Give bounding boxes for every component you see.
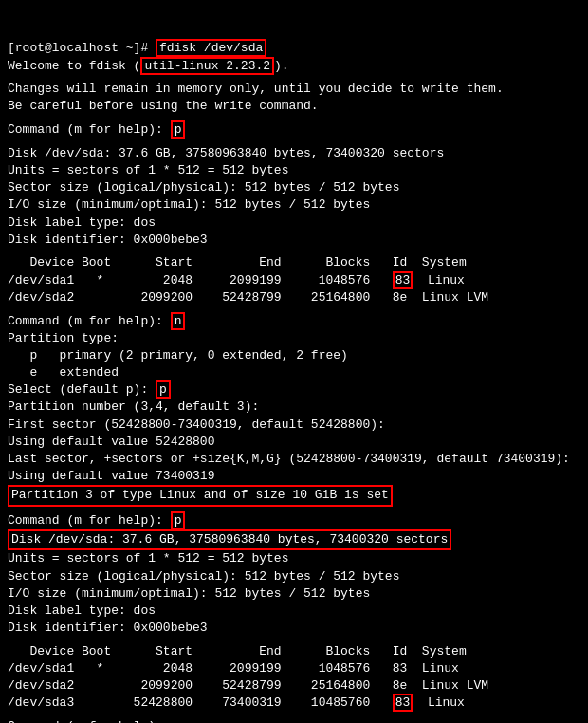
terminal-segment: Sector size (logical/physical): 512 byte… (8, 180, 399, 195)
terminal-line: [root@localhost ~]# fdisk /dev/sda (8, 40, 580, 57)
terminal-segment: Disk identifier: 0x000bebe3 (8, 621, 208, 635)
terminal-line: Disk /dev/sda: 37.6 GB, 37580963840 byte… (8, 145, 580, 162)
terminal-segment: Select (default p): (8, 382, 156, 397)
terminal-line: /dev/sda3 52428800 73400319 10485760 83 … (8, 695, 580, 712)
terminal-segment: [root@localhost ~]# (8, 41, 156, 55)
terminal-segment: p primary (2 primary, 0 extended, 2 free… (8, 348, 348, 362)
terminal-segment: /dev/sda3 52428800 73400319 10485760 (8, 695, 393, 710)
terminal-line: Using default value 52428800 (8, 434, 580, 451)
terminal-segment: Welcome to fdisk ( (8, 59, 140, 73)
terminal-segment: First sector (52428800-73400319, default… (8, 417, 385, 432)
terminal-segment-id-boxed: 83 (393, 694, 413, 712)
terminal-window: [root@localhost ~]# fdisk /dev/sdaWelcom… (8, 6, 580, 723)
terminal-line: Select (default p): p (8, 381, 580, 399)
terminal-segment: Linux (413, 695, 465, 710)
terminal-segment-boxed: p (156, 380, 171, 399)
terminal-line: Sector size (logical/physical): 512 byte… (8, 568, 580, 585)
terminal-segment: Be careful before using the write comman… (8, 99, 319, 113)
terminal-segment-boxed: p (171, 511, 186, 529)
terminal-segment: Using default value 52428800 (8, 435, 214, 449)
terminal-line: Command (m for help): p (8, 512, 580, 529)
terminal-segment: Last sector, +sectors or +size{K,M,G} (5… (8, 452, 570, 466)
terminal-line: /dev/sda2 2099200 52428799 25164800 8e L… (8, 289, 580, 306)
terminal-line: p primary (2 primary, 0 extended, 2 free… (8, 347, 580, 364)
terminal-segment: Units = sectors of 1 * 512 = 512 bytes (8, 163, 288, 177)
terminal-line: Using default value 73400319 (8, 468, 580, 485)
terminal-segment: I/O size (minimum/optimal): 512 bytes / … (8, 197, 370, 212)
terminal-segment-id-boxed: 83 (393, 271, 413, 289)
terminal-line: I/O size (minimum/optimal): 512 bytes / … (8, 196, 580, 213)
terminal-segment: /dev/sda1 * 2048 2099199 1048576 83 Linu… (8, 661, 459, 676)
terminal-segment: Linux (413, 273, 465, 287)
terminal-segment: Command (m for help): _ (8, 719, 177, 723)
terminal-line: Welcome to fdisk (util-linux 2.23.2). (8, 58, 580, 75)
terminal-segment: e extended (8, 365, 119, 380)
terminal-line: Disk label type: dos (8, 214, 580, 232)
terminal-line: First sector (52428800-73400319, default… (8, 417, 580, 434)
terminal-line: Disk label type: dos (8, 602, 580, 620)
terminal-segment: Changes will remain in memory only, unti… (8, 82, 504, 96)
terminal-segment: Units = sectors of 1 * 512 = 512 bytes (8, 551, 288, 565)
terminal-segment-boxed: fdisk /dev/sda (156, 39, 266, 57)
terminal-segment: I/O size (minimum/optimal): 512 bytes / … (8, 586, 370, 601)
terminal-segment: Disk /dev/sda: 37.6 GB, 37580963840 byte… (8, 146, 444, 160)
terminal-output: [root@localhost ~]# fdisk /dev/sdaWelcom… (8, 40, 580, 723)
terminal-line: Device Boot Start End Blocks Id System (8, 643, 580, 660)
terminal-segment: Command (m for help): (8, 122, 171, 137)
terminal-segment: Device Boot Start End Blocks Id System (8, 255, 467, 269)
terminal-line: Units = sectors of 1 * 512 = 512 bytes (8, 162, 580, 179)
terminal-line: Changes will remain in memory only, unti… (8, 81, 580, 98)
terminal-segment: Command (m for help): (8, 314, 171, 328)
terminal-segment: Partition number (3,4, default 3): (8, 399, 259, 414)
terminal-segment: Disk label type: dos (8, 215, 156, 230)
terminal-line: Partition number (3,4, default 3): (8, 399, 580, 416)
terminal-segment-boxed: n (171, 312, 186, 330)
terminal-segment: /dev/sda1 * 2048 2099199 1048576 (8, 273, 393, 287)
terminal-segment-boxed: p (171, 120, 186, 139)
terminal-line: I/O size (minimum/optimal): 512 bytes / … (8, 585, 580, 602)
terminal-line: Be careful before using the write comman… (8, 98, 580, 115)
terminal-segment: ). (274, 59, 289, 73)
terminal-segment-boxed: util-linux 2.23.2 (140, 57, 274, 75)
terminal-line: Units = sectors of 1 * 512 = 512 bytes (8, 550, 580, 567)
terminal-line: /dev/sda1 * 2048 2099199 1048576 83 Linu… (8, 272, 580, 289)
terminal-segment: Command (m for help): (8, 513, 171, 528)
terminal-segment-boxed: Partition 3 of type Linux and of size 10… (8, 485, 393, 506)
terminal-line: Disk identifier: 0x000bebe3 (8, 232, 580, 249)
terminal-line: Last sector, +sectors or +size{K,M,G} (5… (8, 451, 580, 468)
terminal-line: Sector size (logical/physical): 512 byte… (8, 179, 580, 196)
terminal-segment: Disk identifier: 0x000bebe3 (8, 232, 208, 247)
terminal-line: /dev/sda1 * 2048 2099199 1048576 83 Linu… (8, 660, 580, 677)
terminal-segment: Partition type: (8, 331, 119, 345)
terminal-line: Disk /dev/sda: 37.6 GB, 37580963840 byte… (8, 529, 580, 550)
terminal-segment: Disk label type: dos (8, 603, 156, 618)
terminal-segment: Using default value 73400319 (8, 469, 214, 483)
terminal-line: Disk identifier: 0x000bebe3 (8, 620, 580, 637)
terminal-line: Partition 3 of type Linux and of size 10… (8, 485, 580, 506)
terminal-line: e extended (8, 364, 580, 381)
terminal-segment: /dev/sda2 2099200 52428799 25164800 8e L… (8, 290, 488, 305)
terminal-line: Device Boot Start End Blocks Id System (8, 254, 580, 271)
terminal-line: Command (m for help): _ (8, 718, 580, 723)
terminal-line: Partition type: (8, 330, 580, 347)
terminal-segment: Sector size (logical/physical): 512 byte… (8, 569, 399, 584)
terminal-line: Command (m for help): n (8, 313, 580, 330)
terminal-segment: Device Boot Start End Blocks Id System (8, 644, 467, 658)
terminal-segment: /dev/sda2 2099200 52428799 25164800 8e L… (8, 678, 488, 693)
terminal-segment-boxed: Disk /dev/sda: 37.6 GB, 37580963840 byte… (8, 529, 451, 550)
terminal-line: Command (m for help): p (8, 121, 580, 139)
terminal-line: /dev/sda2 2099200 52428799 25164800 8e L… (8, 677, 580, 695)
